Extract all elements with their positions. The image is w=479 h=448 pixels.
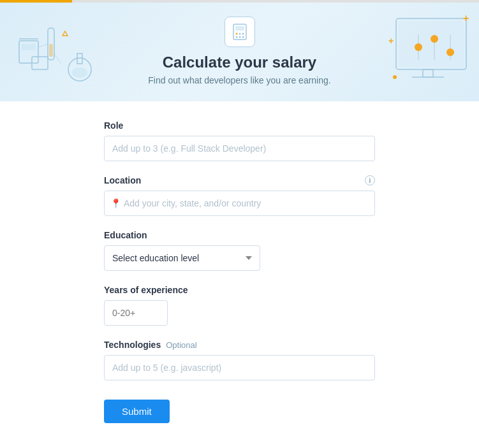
education-label: Education [104,230,375,240]
svg-line-10 [54,54,61,63]
svg-rect-1 [22,44,36,50]
technologies-field-group: Technologies Optional [104,340,375,380]
svg-point-28 [239,33,240,34]
svg-rect-4 [77,54,82,64]
location-field-group: Location i 📍 [104,175,375,216]
svg-point-30 [235,36,237,38]
form-container: Role Location i 📍 Education Select educa… [0,101,479,448]
svg-marker-11 [63,31,68,36]
svg-point-29 [242,33,244,34]
deco-left-illustration [13,9,115,92]
svg-point-19 [431,35,438,43]
svg-point-21 [446,48,454,56]
svg-rect-7 [49,44,53,57]
svg-rect-14 [423,69,433,77]
location-input[interactable] [104,191,375,216]
svg-point-32 [242,36,244,38]
svg-point-27 [235,33,237,34]
svg-point-31 [239,36,240,38]
hero-section: + + Calculate your salary Find out what … [0,3,479,101]
svg-text:+: + [388,36,394,46]
hero-title: Calculate your salary [163,54,316,71]
svg-rect-26 [235,26,244,31]
role-input[interactable] [104,136,375,161]
education-select[interactable]: Select education level High School Some … [104,245,260,271]
technologies-optional-label: Optional [166,340,196,350]
deco-right-illustration: + + [383,6,473,89]
svg-point-5 [72,68,87,78]
location-pin-icon: 📍 [110,198,121,208]
hero-icon-box [225,17,255,47]
svg-text:+: + [463,13,469,24]
calculator-icon [231,23,249,41]
role-field-group: Role [104,120,375,161]
education-field-group: Education Select education level High Sc… [104,230,375,271]
experience-input[interactable] [104,300,168,326]
experience-label: Years of experience [104,285,375,295]
location-input-wrapper: 📍 [104,191,375,216]
experience-field-group: Years of experience [104,285,375,326]
svg-point-17 [415,43,422,51]
technologies-input[interactable] [104,355,375,380]
submit-button[interactable]: Submit [104,400,170,423]
technologies-label: Technologies Optional [104,340,375,350]
svg-rect-13 [399,21,464,67]
svg-point-22 [393,75,397,79]
svg-line-9 [38,44,48,47]
location-info-icon[interactable]: i [365,175,375,185]
location-label: Location i [104,175,375,185]
hero-subtitle: Find out what developers like you are ea… [148,75,330,85]
role-label: Role [104,120,375,131]
